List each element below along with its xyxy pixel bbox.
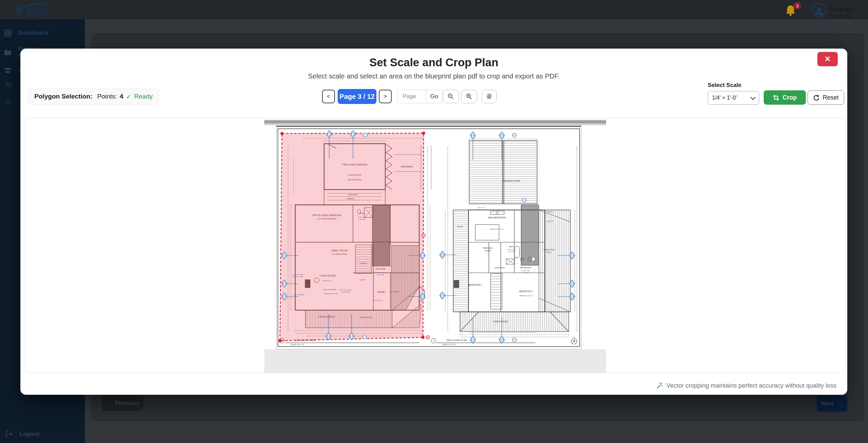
selection-vertex[interactable] <box>422 336 425 339</box>
svg-text:GAS FIREPLACE: GAS FIREPLACE <box>475 209 486 211</box>
modal-subtitle: Select scale and select an area on the b… <box>20 72 847 80</box>
go-button[interactable]: Go <box>426 90 442 103</box>
section-marker-circle <box>522 198 526 202</box>
zoom-in-button[interactable] <box>461 90 477 103</box>
svg-text:PORCH ROOF: PORCH ROOF <box>493 320 508 323</box>
svg-text:MAIN BEDROOM: MAIN BEDROOM <box>488 216 506 219</box>
next-button[interactable]: Next → <box>817 395 847 412</box>
svg-text:ROOF: ROOF <box>457 226 463 228</box>
svg-text:RAILING: RAILING <box>548 211 553 213</box>
svg-text:BEDROOM 3: BEDROOM 3 <box>519 290 532 293</box>
svg-text:ROOF: ROOF <box>547 252 551 253</box>
select-scale-label: Select Scale <box>708 82 741 89</box>
modal-title: Set Scale and Crop Plan <box>20 56 847 69</box>
crop-label: Crop <box>783 94 797 101</box>
chevron-down-icon <box>750 94 756 100</box>
avatar[interactable] <box>812 3 826 17</box>
selection-vertex[interactable] <box>279 339 282 342</box>
svg-text:2ND FLOOR PLAN: 2ND FLOOR PLAN <box>446 339 467 341</box>
polygon-status-label: Polygon Selection: <box>34 93 92 100</box>
svg-text:ROOM: ROOM <box>485 250 491 252</box>
svg-text:LOWER PORCH: LOWER PORCH <box>543 249 555 251</box>
points-value: 4 <box>120 93 123 100</box>
previous-label: Previous <box>115 400 140 407</box>
pan-hand-button[interactable] <box>482 90 497 103</box>
polygon-selection-overlay[interactable] <box>279 132 430 342</box>
svg-text:DETAIL PLAN: DETAIL PLAN <box>521 270 530 271</box>
points-label: Points: <box>97 93 117 100</box>
section-marker-circle <box>512 338 516 342</box>
hand-icon <box>486 93 493 100</box>
topbar <box>0 0 868 19</box>
svg-text:DETAIL PLAN: DETAIL PLAN <box>507 249 516 250</box>
svg-text:HARDWOOD FLOOR: HARDWOOD FLOOR <box>519 295 532 297</box>
ready-label: Ready <box>134 93 153 100</box>
horizontal-scrollbar[interactable] <box>264 120 606 125</box>
logout-button[interactable]: Logout <box>0 427 85 441</box>
zoom-out-icon <box>447 93 454 100</box>
scale-value: 1/4' = 1'-0' <box>712 95 737 101</box>
logout-icon <box>5 430 13 438</box>
users-icon <box>4 82 12 88</box>
next-label: Next <box>821 400 834 407</box>
scale-select[interactable]: 1/4' = 1'-0' <box>708 91 759 105</box>
svg-text:SEE 103A2: SEE 103A2 <box>508 251 515 252</box>
zoom-out-button[interactable] <box>443 90 459 103</box>
sidebar-item-dashboard[interactable]: Dashboard <box>0 25 85 40</box>
gear-icon <box>4 98 12 106</box>
notification-badge: 3 <box>794 2 801 10</box>
svg-text:V: V <box>14 2 25 19</box>
section-marker-circle <box>362 335 367 339</box>
crop-button[interactable]: Crop <box>764 90 806 105</box>
next-page-button[interactable]: > <box>379 90 392 103</box>
svg-text:STAIR HALL: STAIR HALL <box>494 267 505 269</box>
svg-text:CAST IRON: CAST IRON <box>477 207 484 209</box>
sidebar-item-label: Dashboard <box>18 30 49 36</box>
svg-text:N: N <box>573 336 575 338</box>
pdf-viewer[interactable]: TWO-CAR GARAGEDRIVEWAYCONCRETE SLAB10% S… <box>25 118 845 373</box>
svg-text:SEE 103A2: SEE 103A2 <box>522 272 529 273</box>
crop-icon <box>773 94 779 101</box>
reset-button[interactable]: Reset <box>808 90 844 105</box>
prev-page-button[interactable]: < <box>322 90 335 103</box>
cards-icon <box>4 68 12 74</box>
folder-icon <box>4 49 12 56</box>
vega-logo: ★ V EGA <box>12 1 73 19</box>
ready-check-icon: ✓ <box>126 93 131 101</box>
reset-icon <box>813 94 819 101</box>
svg-text:BATH: BATH <box>509 246 514 248</box>
vector-note: Vector cropping maintains perfect accura… <box>656 382 836 389</box>
svg-text:SCALE: 1/4" = 1'-0": SCALE: 1/4" = 1'-0" <box>291 344 304 345</box>
svg-text:HARDWOOD FLOOR: HARDWOOD FLOOR <box>490 228 503 230</box>
user-name: Rodrigo Barrera <box>830 6 868 20</box>
previous-button[interactable]: ← Previous <box>102 395 143 411</box>
zoom-in-icon <box>466 93 473 100</box>
svg-text:SCALE: 1/4" = 1'-0": SCALE: 1/4" = 1'-0" <box>442 344 456 345</box>
svg-text:BEDROOM 2: BEDROOM 2 <box>468 284 482 286</box>
svg-text:EGA: EGA <box>26 6 50 19</box>
avatar-bust-icon <box>815 11 823 15</box>
grid-icon <box>4 29 12 37</box>
vector-note-text: Vector cropping maintains perfect accura… <box>667 382 836 389</box>
svg-text:BATHROOM: BATHROOM <box>520 267 531 269</box>
logout-label: Logout <box>20 431 39 438</box>
blueprint-page[interactable]: TWO-CAR GARAGEDRIVEWAYCONCRETE SLAB10% S… <box>276 126 581 349</box>
section-marker-circle <box>512 133 516 137</box>
magic-wand-icon <box>656 382 663 389</box>
polygon-selection-status: Polygon Selection: Points: 4 ✓ Ready <box>28 88 159 105</box>
page-jump-group: Go <box>397 90 442 103</box>
section-marker-circle <box>531 257 535 261</box>
page-indicator: Page 3 / 12 <box>338 89 376 104</box>
selection-vertex[interactable] <box>422 132 425 135</box>
svg-text:GARAGE ROOF: GARAGE ROOF <box>503 180 520 182</box>
svg-text:DRESSING: DRESSING <box>483 247 493 249</box>
viewport-background <box>264 349 606 373</box>
page-number-input[interactable] <box>398 90 426 103</box>
set-scale-crop-modal: ✕ Set Scale and Crop Plan Select scale a… <box>20 49 847 395</box>
svg-text:TUB: TUB <box>514 256 517 258</box>
selection-vertex[interactable] <box>281 132 284 135</box>
section-marker-circle <box>363 133 367 137</box>
svg-text:6X6 POST: 6X6 POST <box>547 220 554 222</box>
reset-label: Reset <box>822 94 838 101</box>
arrow-right-icon: → <box>837 400 843 407</box>
